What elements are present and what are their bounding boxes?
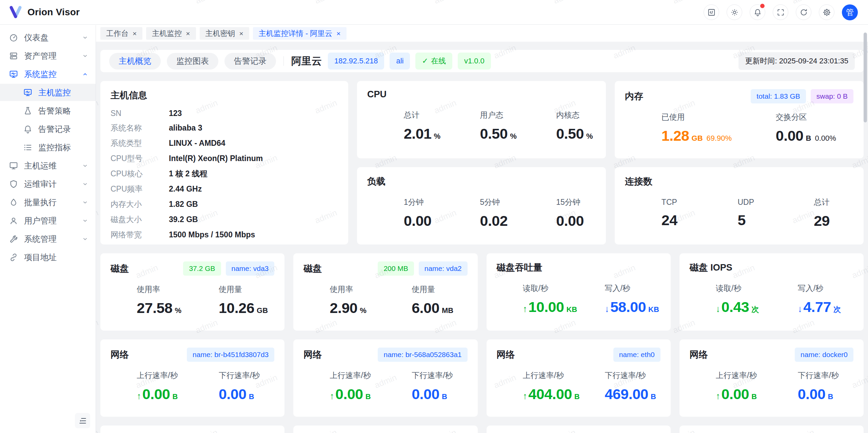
host-info-row: CPU型号Intel(R) Xeon(R) Platinum [111,153,338,164]
metric-value-row: ↑404.00B [523,386,578,402]
sidebar-item-1[interactable]: 资产管理 [0,47,96,64]
page-tab-3[interactable]: 主机监控详情 - 阿里云× [253,27,347,40]
page-tab-0[interactable]: 工作台× [100,27,142,40]
metric-label: 使用量 [219,284,274,295]
tab-close-icon[interactable]: × [239,30,243,37]
page-tab-2[interactable]: 主机密钥× [200,27,249,40]
disk-throughput-card: 磁盘吞吐量读取/秒↑10.00KB写入/秒↓58.00KB [487,253,671,331]
tab-close-icon[interactable]: × [186,30,190,37]
metric-0: 1分钟0.00 [367,197,443,229]
sidebar-item-5[interactable]: 批量执行 [0,194,96,211]
metric-value: 4.77 [803,299,831,315]
fullscreen-button[interactable] [773,4,788,20]
view-tab-2[interactable]: 告警记录 [224,53,276,70]
metric-label: 用户态 [480,110,520,120]
host-info-label: 内存大小 [111,199,169,210]
metric-label: 1分钟 [404,197,443,208]
metric-value-row: ↑10.00KB [523,299,578,315]
metric-value: 0.00 [798,386,826,402]
sidebar-subitem-2-1[interactable]: 告警策略 [0,102,96,119]
card-header: CPU [367,89,596,100]
host-info-label: 网络带宽 [111,230,169,240]
sidebar-subitem-label: 告警策略 [38,105,71,116]
sidebar-item-4[interactable]: 运维审计 [0,175,96,193]
metric-label: 使用量 [412,284,467,295]
metric-value: 6.00 [412,300,439,316]
metrics-row: TCP24UDP5总计29 [625,190,853,236]
theme-brightness-button[interactable] [727,4,742,20]
sidebar-subitem-2-2[interactable]: 告警记录 [0,120,96,138]
tab-close-icon[interactable]: × [336,30,340,37]
metric-1: 使用量10.26GB [193,284,275,316]
app-logo: Orion Visor [9,5,80,19]
metric-extra: 69.90% [707,134,732,143]
host-badge-1: ali [390,53,410,70]
metric-value: 1.28 [662,127,689,144]
sidebar-item-label: 系统管理 [24,234,57,244]
view-tab-1[interactable]: 监控图表 [167,53,218,70]
metric-value: 10.00 [528,299,564,315]
metric-1: 下行速率/秒0.00B [386,370,468,402]
disk-card-vda3: 磁盘37.2 GBname: vda3使用率27.58%使用量10.26GB [100,253,284,331]
update-time: 更新时间: 2025-09-24 23:01:35 [738,52,855,70]
sidebar-subitem-2-3[interactable]: 监控指标 [0,139,96,156]
card-badge-1: name: vda2 [419,261,468,276]
metric-0: 上行速率/秒↑0.00B [111,370,193,402]
tool-icon [9,234,18,244]
sidebar-item-7[interactable]: 系统管理 [0,230,96,248]
card-header: 网络name: br-b451fd3807d3 [111,348,274,362]
card-title: 网络 [111,349,129,361]
metric-2: 内核态0.50% [519,110,596,142]
card-badges: total: 1.83 GBswap: 0 B [746,89,853,103]
card-title: 网络 [303,349,322,361]
scrollbar-thumb[interactable] [864,33,867,122]
sidebar-item-2[interactable]: 系统监控 [0,65,96,83]
card-badge-0: 200 MB [378,261,414,276]
sidebar-subitem-label: 告警记录 [38,124,71,135]
sidebar-item-0[interactable]: 仪表盘 [0,29,96,46]
view-tab-0[interactable]: 主机概览 [109,53,161,70]
card-title: 磁盘吞吐量 [497,261,542,274]
settings-gear-button[interactable] [819,4,834,20]
card-badges: name: br-568a052863a1 [373,348,467,362]
chevron-down-icon [81,34,89,41]
content: 主机概览监控图表告警记录 阿里云 182.92.5.218ali✓在线v1.0.… [96,42,868,433]
metric-value-row: 1.28GB69.90% [662,127,739,144]
user-avatar[interactable]: 管 [842,4,858,20]
metric-label: 写入/秒 [798,283,853,294]
card-header: 网络name: eth0 [497,348,660,362]
sidebar-item-6[interactable]: 用户管理 [0,212,96,229]
notification-bell-button[interactable] [750,4,765,20]
sidebar-item-label: 系统监控 [24,69,57,80]
sidebar-subitem-2-0[interactable]: 主机监控 [0,84,96,101]
metric-0: 上行速率/秒↑0.00B [690,370,772,402]
host-info-value: Intel(R) Xeon(R) Platinum [169,154,263,163]
sidebar-item-label: 仪表盘 [24,32,48,43]
host-name: 阿里云 [291,54,322,68]
refresh-button[interactable] [796,4,811,20]
card-badge-0: name: eth0 [613,348,660,362]
code-square-button[interactable] [704,4,719,20]
sidebar-item-8[interactable]: 项目地址 [0,249,96,266]
partial-network-card-0: 网络 [100,426,284,433]
sidebar-collapse-button[interactable] [75,413,90,428]
metric-unit: B [751,392,757,401]
network-card-3: 网络name: docker0上行速率/秒↑0.00B下行速率/秒0.00B [679,339,864,417]
metric-label: 总计 [404,110,443,120]
metric-value: 0.00 [404,213,432,229]
host-info-row: SN123 [111,109,338,118]
metric-value: 0.43 [722,299,749,315]
chevron-down-icon [81,217,89,224]
sidebar-item-3[interactable]: 主机运维 [0,157,96,174]
arrow-up-icon: ↑ [137,391,141,401]
host-badge-text: ali [396,57,403,65]
host-badges: 182.92.5.218ali✓在线v1.0.0 [328,53,491,70]
arrow-up-icon: ↑ [523,304,528,314]
page-tab-1[interactable]: 主机监控× [146,27,196,40]
metric-value-row: ↓58.00KB [605,299,660,315]
host-info-value: 123 [169,109,182,118]
metric-value: 0.00 [219,386,246,402]
metric-value: 0.02 [480,213,508,229]
sidebar-item-label: 用户管理 [24,215,57,226]
tab-close-icon[interactable]: × [133,30,137,37]
